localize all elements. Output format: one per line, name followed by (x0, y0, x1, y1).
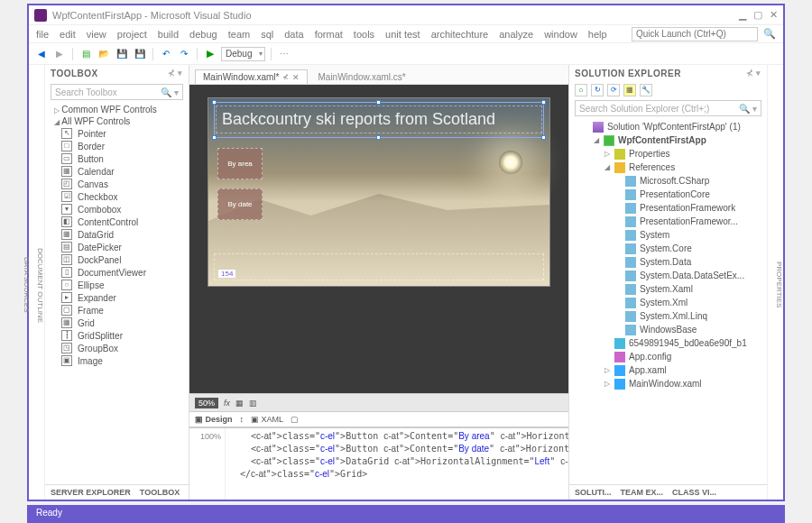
minimize-button[interactable]: ▁ (739, 9, 746, 21)
design-title-text[interactable]: Backcountry ski reports from Scotland (216, 106, 542, 133)
sync-icon[interactable]: ↻ (591, 84, 604, 96)
tab-design[interactable]: ▣ Design (195, 415, 233, 424)
new-button[interactable]: ▤ (78, 47, 93, 61)
tree-file[interactable]: 6549891945_bd0ea6e90f_b1 (571, 336, 765, 350)
expand-icon[interactable]: ▢ (291, 415, 299, 424)
designer-surface[interactable]: Backcountry ski reports from Scotland By… (189, 85, 568, 393)
menu-help[interactable]: help (588, 29, 607, 40)
save-all-button[interactable]: 💾 (133, 47, 147, 61)
toolbox-group[interactable]: All WPF Controls (45, 115, 189, 127)
grid-icon[interactable]: ▦ (235, 399, 244, 408)
tree-references[interactable]: ◢References (571, 161, 765, 174)
start-debug-button[interactable]: ▶ (203, 47, 217, 61)
toolbox-item-datagrid[interactable]: ▦DataGrid (45, 228, 189, 241)
redo-button[interactable]: ↷ (177, 47, 191, 61)
maximize-button[interactable]: ▢ (753, 9, 762, 21)
toolbox-item-calendar[interactable]: ▦Calendar (45, 165, 189, 178)
tree-ref-item[interactable]: WindowsBase (571, 323, 765, 336)
doc-tab[interactable]: MainWindow.xaml*⊀✕ (195, 69, 308, 84)
toolbox-item-frame[interactable]: ▢Frame (45, 304, 189, 317)
close-icon[interactable]: ✕ (292, 73, 300, 82)
save-button[interactable]: 💾 (115, 47, 129, 61)
toolbox-search[interactable]: Search Toolbox🔍 ▾ (51, 84, 183, 100)
close-button[interactable]: ✕ (770, 9, 778, 21)
tab-class-view[interactable]: CLASS VI... (672, 488, 716, 497)
tree-file[interactable]: ▷MainWindow.xaml (571, 377, 765, 390)
tree-project[interactable]: ◢WpfContentFirstApp (571, 133, 765, 147)
doc-tab[interactable]: MainWindow.xaml.cs* (309, 69, 413, 84)
toolbox-item-dockpanel[interactable]: ◫DockPanel (45, 253, 189, 266)
tree-ref-item[interactable]: System (571, 228, 765, 242)
toolbox-item-gridsplitter[interactable]: ┇GridSplitter (45, 329, 189, 342)
rail-properties[interactable]: PROPERTIES (775, 262, 783, 307)
menu-view[interactable]: view (87, 29, 106, 40)
home-icon[interactable]: ⌂ (575, 84, 587, 96)
menu-debug[interactable]: debug (189, 29, 217, 40)
tab-team-explorer[interactable]: TEAM EX... (621, 488, 664, 497)
tree-ref-item[interactable]: System.Data.DataSetEx... (571, 269, 765, 282)
tab-xaml[interactable]: ▣ XAML (251, 415, 283, 424)
toolbox-item-grid[interactable]: ▦Grid (45, 317, 189, 329)
toolbox-item-contentcontrol[interactable]: ◧ContentControl (45, 216, 189, 228)
snap-icon[interactable]: ▥ (249, 399, 257, 408)
tab-server-explorer[interactable]: SERVER EXPLORER (51, 488, 131, 497)
menu-architechture[interactable]: architechture (431, 29, 489, 40)
toolbox-item-button[interactable]: ▭Button (45, 152, 189, 165)
menu-file[interactable]: file (36, 29, 49, 40)
config-dropdown[interactable]: Debug (221, 47, 265, 61)
code-content[interactable]: <c-at">class="c-el">Button c-at">Content… (226, 428, 568, 500)
menu-edit[interactable]: edit (60, 29, 76, 40)
design-button-area[interactable]: By area (217, 148, 263, 179)
pin-icon[interactable]: ⊀ ▾ (168, 69, 183, 78)
fx-icon[interactable]: fx (224, 399, 230, 408)
menu-project[interactable]: project (117, 29, 147, 40)
toolbox-item-ellipse[interactable]: ○Ellipse (45, 279, 189, 291)
tree-ref-item[interactable]: System.Core (571, 242, 765, 255)
nav-back-button[interactable]: ◀ (34, 47, 49, 61)
tree-ref-item[interactable]: System.Xaml (571, 282, 765, 296)
tree-properties[interactable]: ▷Properties (571, 147, 765, 161)
menu-data[interactable]: data (284, 29, 303, 40)
menu-tools[interactable]: tools (354, 29, 374, 40)
toolbox-item-documentviewer[interactable]: ▯DocumentViewer (45, 266, 189, 279)
quick-launch-input[interactable] (632, 27, 758, 41)
design-button-date[interactable]: By date (217, 188, 263, 220)
zoom-level[interactable]: 50% (195, 398, 218, 408)
refresh-icon[interactable]: ⟳ (607, 84, 620, 96)
toolbox-item-image[interactable]: ▣Image (45, 354, 189, 367)
tree-ref-item[interactable]: PresentationFramework (571, 201, 765, 215)
toolbox-item-combobox[interactable]: ▾Combobox (45, 203, 189, 216)
tree-ref-item[interactable]: PresentationCore (571, 188, 765, 201)
design-datagrid[interactable]: 154 (214, 253, 544, 280)
menu-unit-test[interactable]: unit test (385, 29, 420, 40)
toolbox-item-expander[interactable]: ▸Expander (45, 291, 189, 304)
toolbox-item-canvas[interactable]: ◰Canvas (45, 178, 189, 190)
tab-toolbox[interactable]: TOOLBOX (140, 488, 180, 497)
pin-icon[interactable]: ⊀ (282, 73, 289, 81)
tab-solution[interactable]: SOLUTI... (575, 488, 612, 497)
tree-solution[interactable]: Solution 'WpfContentFirstApp' (1) (571, 120, 765, 133)
menu-team[interactable]: team (228, 29, 250, 40)
menu-analyze[interactable]: analyze (499, 29, 533, 40)
menu-window[interactable]: window (544, 29, 577, 40)
menu-build[interactable]: build (158, 29, 179, 40)
pin-icon[interactable]: ⊀ ▾ (746, 69, 761, 78)
tree-ref-item[interactable]: Microsoft.CSharp (571, 174, 765, 188)
tree-file[interactable]: ▷App.xaml (571, 363, 765, 377)
tree-ref-item[interactable]: System.Xml.Linq (571, 309, 765, 323)
toolbox-item-datepicker[interactable]: ▤DatePicker (45, 241, 189, 253)
tree-ref-item[interactable]: PresentationFramewor... (571, 215, 765, 228)
split-toggle-icon[interactable]: ↕ (240, 415, 245, 424)
open-button[interactable]: 📂 (97, 47, 111, 61)
toolbox-item-pointer[interactable]: ↖Pointer (45, 127, 189, 140)
showall-icon[interactable]: ▦ (623, 84, 636, 96)
tree-ref-item[interactable]: System.Data (571, 255, 765, 269)
rail-doc-outline[interactable]: DOCUMENT OUTLINE (36, 248, 44, 323)
properties-icon[interactable]: 🔧 (640, 84, 652, 96)
toolbox-item-checkbox[interactable]: ☑Checkbox (45, 190, 189, 203)
tree-file[interactable]: App.config (571, 350, 765, 363)
tree-ref-item[interactable]: System.Xml (571, 296, 765, 309)
menu-format[interactable]: format (315, 29, 343, 40)
search-icon[interactable]: 🔍 (763, 28, 776, 40)
solexp-search[interactable]: Search Solution Explorer (Ctrl+;)🔍 ▾ (575, 100, 761, 116)
